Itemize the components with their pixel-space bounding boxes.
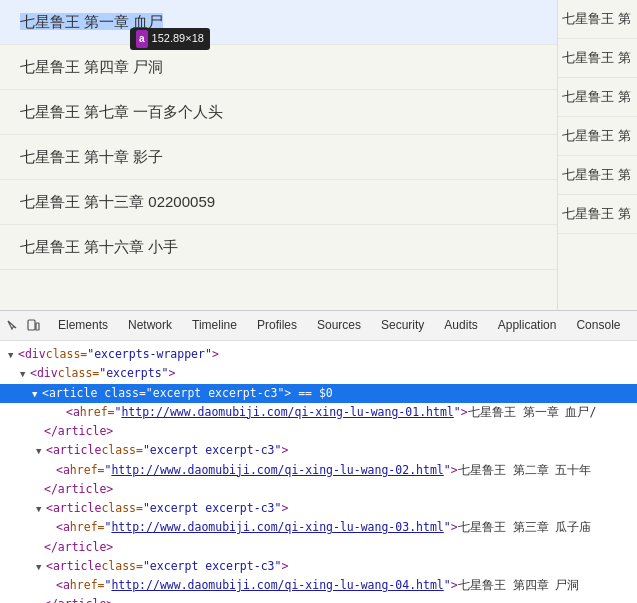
list-item: 七星鲁王 第十章 影子 xyxy=(0,135,637,180)
code-panel[interactable]: ▼ <div class="excerpts-wrapper"> ▼ <div … xyxy=(0,341,637,603)
tab-application[interactable]: Application xyxy=(488,311,567,340)
triangle-icon[interactable]: ▼ xyxy=(20,368,30,382)
svg-rect-1 xyxy=(36,323,39,330)
tab-security[interactable]: Security xyxy=(371,311,434,340)
article-title-4: 七星鲁王 第十章 影子 xyxy=(20,148,163,165)
article-title-3: 七星鲁王 第七章 一百多个人头 xyxy=(20,103,223,120)
triangle-icon[interactable]: ▼ xyxy=(32,388,42,402)
tab-profiles[interactable]: Profiles xyxy=(247,311,307,340)
tab-timeline[interactable]: Timeline xyxy=(182,311,247,340)
code-line: </article> xyxy=(0,422,637,441)
tab-elements[interactable]: Elements xyxy=(48,311,118,340)
tab-network[interactable]: Network xyxy=(118,311,182,340)
toolbar-icons xyxy=(4,317,42,335)
code-line: ▼ <div class="excerpts-wrapper"> xyxy=(0,345,637,364)
inspect-icon[interactable] xyxy=(4,317,22,335)
svg-rect-0 xyxy=(28,320,35,330)
triangle-icon[interactable]: ▼ xyxy=(36,503,46,517)
code-line: <a href="http://www.daomubiji.com/qi-xin… xyxy=(0,461,637,480)
code-line: </article> xyxy=(0,480,637,499)
article-title-6: 七星鲁王 第十六章 小手 xyxy=(20,238,178,255)
triangle-icon[interactable]: ▼ xyxy=(8,349,18,363)
tab-console[interactable]: Console xyxy=(566,311,630,340)
devtools-toolbar: Elements Network Timeline Profiles Sourc… xyxy=(0,311,637,341)
page-preview: 七星鲁王 第一章 血尸 a 152.89×18 七星鲁王 第四章 尸洞 七星鲁王… xyxy=(0,0,637,310)
list-item: 七星鲁王 第十六章 小手 xyxy=(0,225,637,270)
article-title-2: 七星鲁王 第四章 尸洞 xyxy=(20,58,163,75)
device-icon[interactable] xyxy=(24,317,42,335)
triangle-icon[interactable]: ▼ xyxy=(36,561,46,575)
code-line: ▼ <div class="excerpts"> xyxy=(0,364,637,383)
size-value: 152.89×18 xyxy=(152,30,204,48)
tab-audits[interactable]: Audits xyxy=(434,311,487,340)
article-list: 七星鲁王 第一章 血尸 a 152.89×18 七星鲁王 第四章 尸洞 七星鲁王… xyxy=(0,0,637,270)
devtools-tabs: Elements Network Timeline Profiles Sourc… xyxy=(48,311,630,340)
list-item: 七星鲁王 第七章 一百多个人头 xyxy=(0,90,637,135)
code-line: </article> xyxy=(0,595,637,603)
tab-sources[interactable]: Sources xyxy=(307,311,371,340)
article-title-5: 七星鲁王 第十三章 02200059 xyxy=(20,193,215,210)
code-line: ▼ <article class="excerpt excerpt-c3"> xyxy=(0,441,637,460)
triangle-icon[interactable]: ▼ xyxy=(36,445,46,459)
code-line-selected: ▼ <article class="excerpt excerpt-c3"> =… xyxy=(0,384,637,403)
list-item: 七星鲁王 第一章 血尸 a 152.89×18 xyxy=(0,0,637,45)
code-line: </article> xyxy=(0,538,637,557)
code-line: ▼ <article class="excerpt excerpt-c3"> xyxy=(0,499,637,518)
code-line: ▶ <a href="http://www.daomubiji.com/qi-x… xyxy=(0,403,637,422)
list-item: 七星鲁王 第四章 尸洞 xyxy=(0,45,637,90)
element-badge: a xyxy=(136,30,148,48)
code-line: <a href="http://www.daomubiji.com/qi-xin… xyxy=(0,576,637,595)
list-item: 七星鲁王 第十三章 02200059 xyxy=(0,180,637,225)
devtools-panel: Elements Network Timeline Profiles Sourc… xyxy=(0,310,637,603)
code-line: ▼ <article class="excerpt excerpt-c3"> xyxy=(0,557,637,576)
size-tooltip: a 152.89×18 xyxy=(130,28,210,50)
code-line: <a href="http://www.daomubiji.com/qi-xin… xyxy=(0,518,637,537)
